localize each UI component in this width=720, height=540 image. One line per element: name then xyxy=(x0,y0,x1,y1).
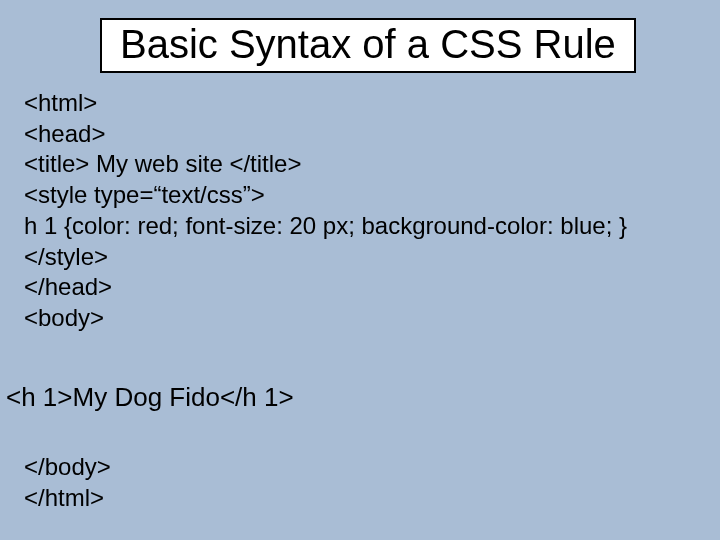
code-block: <html> <head> <title> My web site </titl… xyxy=(24,88,627,334)
code-line: </html> xyxy=(24,483,111,514)
code-line: h 1 {color: red; font-size: 20 px; backg… xyxy=(24,211,627,242)
code-line: <head> xyxy=(24,119,627,150)
heading-example: <h 1>My Dog Fido</h 1> xyxy=(6,382,294,413)
code-line: <body> xyxy=(24,303,627,334)
code-line: </body> xyxy=(24,452,111,483)
code-line: </head> xyxy=(24,272,627,303)
slide-title: Basic Syntax of a CSS Rule xyxy=(120,22,616,67)
code-line: <html> xyxy=(24,88,627,119)
code-line: </style> xyxy=(24,242,627,273)
closing-block: </body> </html> xyxy=(24,452,111,513)
code-line: <title> My web site </title> xyxy=(24,149,627,180)
title-box: Basic Syntax of a CSS Rule xyxy=(100,18,636,73)
code-line: <style type=“text/css”> xyxy=(24,180,627,211)
